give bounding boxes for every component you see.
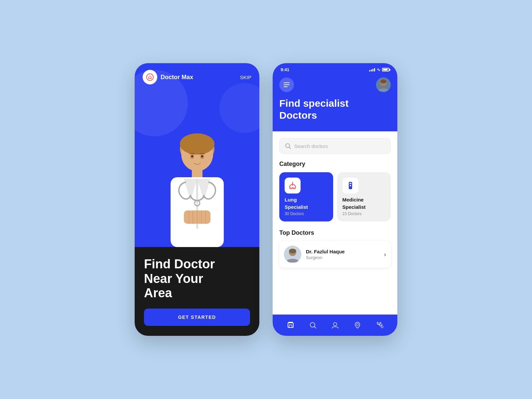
category-card-medicine[interactable]: Medicine Specialist 15 Doctors xyxy=(337,172,391,221)
wifi-icon: ∿ xyxy=(377,67,380,72)
svg-point-18 xyxy=(380,79,386,83)
medicine-specialist-count: 15 Doctors xyxy=(342,211,386,216)
nav-location-icon[interactable] xyxy=(351,319,363,331)
avatar-image xyxy=(376,77,391,92)
svg-point-33 xyxy=(356,324,358,326)
svg-point-5 xyxy=(180,133,214,155)
browse-icon xyxy=(309,322,317,329)
signal-bar-2 xyxy=(371,69,372,71)
medicine-specialist-name-line2: Specialist xyxy=(342,204,386,210)
headline-line3: Area xyxy=(144,286,250,301)
svg-point-14 xyxy=(201,155,203,157)
svg-rect-23 xyxy=(349,183,351,184)
menu-line-2 xyxy=(284,84,290,85)
doctor-specialty: Surgeon xyxy=(306,255,379,260)
signal-bar-1 xyxy=(369,70,370,71)
menu-lines xyxy=(284,82,290,87)
bottom-navigation xyxy=(273,315,397,336)
doctor-avatar xyxy=(284,246,301,263)
headline-line2: Near Your xyxy=(144,272,250,286)
app-name: Doctor Max xyxy=(161,74,240,81)
title-line2: Doctors xyxy=(279,109,391,121)
svg-point-20 xyxy=(290,187,292,189)
svg-rect-24 xyxy=(350,185,351,186)
menu-button[interactable] xyxy=(279,77,294,92)
get-started-button[interactable]: GET STARTED xyxy=(144,309,250,326)
stethoscope-icon xyxy=(376,322,383,329)
signal-bar-4 xyxy=(374,68,375,71)
doctor-card-fazlul[interactable]: Dr. Fazlul Haque Surgeon › xyxy=(279,241,391,268)
category-section-title: Category xyxy=(279,161,391,168)
user-avatar[interactable] xyxy=(376,77,391,92)
skip-button[interactable]: SKIP xyxy=(240,74,251,80)
title-line1: Find specialist xyxy=(279,97,391,109)
svg-point-1 xyxy=(148,78,150,79)
left-phone-hero: Doctor Max SKIP xyxy=(135,63,259,247)
doctor-avatar-image xyxy=(284,246,301,263)
search-icon xyxy=(285,143,291,149)
doctor-info: Dr. Fazlul Haque Surgeon xyxy=(306,249,379,260)
search-input[interactable]: Search doctors xyxy=(294,143,328,149)
battery-fill xyxy=(383,69,388,70)
right-phone-header: 9:41 ∿ xyxy=(273,63,397,131)
nav-search-icon[interactable] xyxy=(307,319,319,331)
location-icon xyxy=(354,322,361,329)
menu-line-1 xyxy=(284,82,290,83)
svg-rect-30 xyxy=(288,322,293,323)
menu-line-3 xyxy=(284,86,288,87)
medicine-icon-box xyxy=(342,178,358,194)
svg-point-34 xyxy=(381,326,383,328)
status-bar: 9:41 ∿ xyxy=(279,63,391,75)
nav-row xyxy=(279,77,391,92)
svg-point-0 xyxy=(147,74,153,80)
medicine-icon xyxy=(346,181,355,190)
profile-icon xyxy=(332,322,339,329)
svg-rect-28 xyxy=(288,323,293,328)
right-phone: 9:41 ∿ xyxy=(273,63,397,336)
doctor-name: Dr. Fazlul Haque xyxy=(306,249,379,254)
search-bar[interactable]: Search doctors xyxy=(279,138,391,154)
left-phone-bottom: Find Doctor Near Your Area GET STARTED xyxy=(135,247,259,336)
battery-icon xyxy=(382,68,389,71)
svg-rect-29 xyxy=(289,325,292,328)
nav-profile-icon[interactable] xyxy=(329,319,341,331)
find-specialist-title: Find specialist Doctors xyxy=(279,97,391,121)
svg-point-2 xyxy=(150,78,152,79)
logo-icon xyxy=(143,70,157,84)
doctor-image xyxy=(135,88,259,247)
svg-point-32 xyxy=(333,323,337,326)
lung-icon xyxy=(288,181,297,190)
lung-icon-box xyxy=(285,178,301,194)
svg-point-36 xyxy=(380,322,381,323)
nav-stethoscope-icon[interactable] xyxy=(374,319,386,331)
svg-point-19 xyxy=(286,144,290,148)
headline-line1: Find Doctor xyxy=(144,257,250,272)
status-icons: ∿ xyxy=(369,67,389,72)
right-phone-body: Search doctors Category Lung Specialist xyxy=(273,131,397,315)
chevron-right-icon: › xyxy=(384,251,386,258)
svg-point-27 xyxy=(289,249,296,253)
headline-text: Find Doctor Near Your Area xyxy=(144,257,250,301)
lung-specialist-name-line1: Lung xyxy=(285,197,328,203)
medicine-specialist-name-line1: Medicine xyxy=(342,197,386,203)
svg-point-35 xyxy=(377,322,378,323)
status-time: 9:41 xyxy=(281,67,289,72)
svg-point-13 xyxy=(191,155,193,157)
top-doctors-title: Top Doctors xyxy=(279,229,391,236)
left-header: Doctor Max SKIP xyxy=(135,63,259,88)
signal-bar-3 xyxy=(372,69,373,71)
category-card-lung[interactable]: Lung Specialist 30 Doctors xyxy=(279,172,333,221)
lung-specialist-count: 30 Doctors xyxy=(285,211,328,216)
nav-home-icon[interactable] xyxy=(285,319,297,331)
home-icon xyxy=(287,322,294,329)
doctor-illustration xyxy=(154,121,240,247)
lung-specialist-name-line2: Specialist xyxy=(285,204,328,210)
svg-point-21 xyxy=(293,187,295,189)
category-grid: Lung Specialist 30 Doctors Medicine Spec… xyxy=(279,172,391,221)
signal-icon xyxy=(369,68,375,71)
left-phone: Doctor Max SKIP xyxy=(135,63,259,336)
